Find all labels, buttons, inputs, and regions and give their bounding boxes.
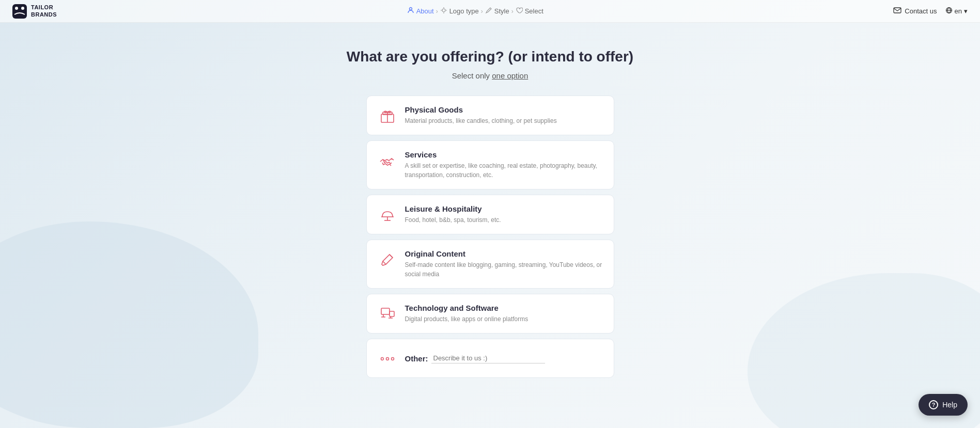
- option-original-content-text: Original Content Self-made content like …: [405, 249, 602, 279]
- option-leisure[interactable]: Leisure & Hospitality Food, hotel, b&b, …: [366, 195, 614, 234]
- navbar: TAILOR BRANDS About › Logo type › Style: [0, 0, 980, 23]
- option-services-text: Services A skill set or expertise, like …: [405, 150, 602, 180]
- dome-icon: [378, 205, 397, 224]
- email-icon: [893, 7, 901, 15]
- svg-point-1: [15, 7, 18, 10]
- option-services-title: Services: [405, 150, 602, 159]
- handshake-icon: [378, 151, 397, 170]
- help-button[interactable]: ? Help: [919, 394, 968, 416]
- other-input[interactable]: [431, 353, 545, 363]
- option-other-text: Other:: [405, 353, 602, 363]
- options-list: Physical Goods Material products, like c…: [366, 96, 614, 378]
- svg-line-14: [383, 261, 386, 264]
- svg-point-2: [21, 7, 24, 10]
- breadcrumb-about[interactable]: About: [407, 7, 434, 15]
- help-circle-icon: ?: [929, 400, 938, 409]
- svg-point-21: [381, 358, 383, 360]
- option-services-desc: A skill set or expertise, like coaching,…: [405, 161, 602, 180]
- monitor-icon: [378, 305, 397, 323]
- svg-point-4: [442, 9, 445, 12]
- svg-rect-5: [894, 8, 901, 13]
- svg-line-13: [390, 255, 393, 258]
- option-leisure-title: Leisure & Hospitality: [405, 204, 602, 213]
- svg-point-23: [391, 358, 394, 360]
- shape-icon: [440, 7, 447, 15]
- option-physical-goods-text: Physical Goods Material products, like c…: [405, 105, 602, 125]
- gift-icon: [378, 106, 397, 125]
- breadcrumb: About › Logo type › Style › Select: [407, 7, 543, 15]
- breadcrumb-logotype[interactable]: Logo type: [440, 7, 479, 15]
- other-label: Other:: [405, 354, 428, 363]
- option-technology-title: Technology and Software: [405, 304, 602, 312]
- svg-rect-15: [381, 308, 390, 314]
- contact-us-link[interactable]: Contact us: [893, 7, 937, 15]
- chevron-icon-3: ›: [511, 8, 514, 15]
- option-technology-desc: Digital products, like apps or online pl…: [405, 314, 602, 324]
- brand-logo[interactable]: TAILOR BRANDS: [12, 4, 57, 19]
- option-services[interactable]: Services A skill set or expertise, like …: [366, 140, 614, 189]
- navbar-right: Contact us en ▾: [893, 7, 968, 15]
- brand-name: TAILOR BRANDS: [31, 4, 57, 18]
- main-content: What are you offering? (or intend to off…: [0, 23, 980, 399]
- svg-point-22: [386, 358, 388, 360]
- person-icon: [407, 7, 414, 15]
- option-technology[interactable]: Technology and Software Digital products…: [366, 294, 614, 334]
- chevron-icon-2: ›: [481, 8, 483, 15]
- option-original-content-title: Original Content: [405, 249, 602, 258]
- option-leisure-text: Leisure & Hospitality Food, hotel, b&b, …: [405, 204, 602, 225]
- option-technology-text: Technology and Software Digital products…: [405, 304, 602, 324]
- page-title: What are you offering? (or intend to off…: [347, 49, 633, 65]
- option-physical-goods-desc: Material products, like candles, clothin…: [405, 116, 602, 125]
- page-subtitle: Select only one option: [452, 71, 528, 80]
- pen-icon: [485, 7, 492, 15]
- chevron-icon-1: ›: [436, 8, 438, 15]
- option-leisure-desc: Food, hotel, b&b, spa, tourism, etc.: [405, 215, 602, 225]
- pencil-icon: [378, 250, 397, 269]
- heart-icon: [516, 7, 523, 15]
- language-selector[interactable]: en ▾: [945, 7, 968, 15]
- option-original-content-desc: Self-made content like blogging, gaming,…: [405, 260, 602, 279]
- svg-point-3: [409, 8, 412, 10]
- dots-icon: [378, 350, 397, 368]
- option-physical-goods[interactable]: Physical Goods Material products, like c…: [366, 96, 614, 135]
- svg-rect-16: [390, 311, 394, 316]
- option-other[interactable]: Other:: [366, 339, 614, 378]
- breadcrumb-style[interactable]: Style: [485, 7, 509, 15]
- chevron-down-icon: ▾: [964, 7, 968, 15]
- option-original-content[interactable]: Original Content Self-made content like …: [366, 240, 614, 289]
- breadcrumb-select[interactable]: Select: [516, 7, 543, 15]
- svg-rect-0: [12, 4, 27, 19]
- brand-icon: [12, 4, 27, 19]
- globe-icon: [945, 7, 953, 15]
- option-physical-goods-title: Physical Goods: [405, 105, 602, 114]
